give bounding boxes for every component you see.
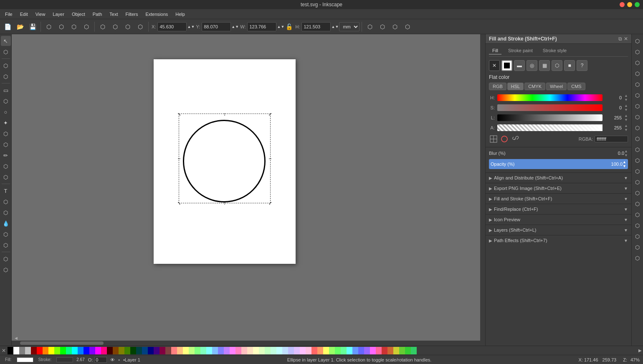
sat-arrows[interactable]: ▲▼ [624,104,628,112]
maximize-dot[interactable] [635,2,640,7]
sat-track[interactable] [497,104,602,111]
palette-color[interactable] [282,347,288,354]
alpha-arrows[interactable]: ▲▼ [624,124,628,132]
fill-swatch-btn[interactable]: ■ [564,60,575,71]
palette-color[interactable] [218,347,224,354]
fill-flat-btn[interactable] [501,60,512,71]
measure-tool[interactable]: ⬡ [1,71,11,81]
snap-icon-12[interactable]: ⬡ [633,155,643,165]
snap-icon-7[interactable]: ⬡ [633,101,643,111]
palette-color[interactable] [311,347,317,354]
fill-radial-btn[interactable]: ◎ [527,60,537,71]
snap-icon-2[interactable]: ⬡ [633,47,643,57]
menu-path[interactable]: Path [89,11,106,18]
palette-color[interactable] [347,347,352,354]
snap-icon-1[interactable]: ⬡ [633,36,643,46]
calligraphy-tool[interactable]: ⬡ [1,172,11,182]
palette-color[interactable] [294,347,300,354]
palette-color[interactable] [341,347,347,354]
close-dot[interactable] [620,2,625,7]
group-button[interactable]: ⬡ [43,21,55,33]
transform-2[interactable]: ⬡ [377,21,388,33]
snap-icon-6[interactable]: ⬡ [633,90,643,100]
palette-color[interactable] [317,347,323,354]
align-right-button[interactable]: ⬡ [122,21,134,33]
palette-color[interactable] [84,347,89,354]
palette-color[interactable] [195,347,200,354]
snap-icon-17[interactable]: ⬡ [633,210,643,220]
menu-layer[interactable]: Layer [49,11,68,18]
open-button[interactable]: 📂 [14,21,26,33]
node-tool[interactable]: ⬡ [1,47,11,57]
palette-color[interactable] [399,347,405,354]
transform-4[interactable]: ⬡ [402,21,413,33]
hue-arrows[interactable]: ▲▼ [624,94,628,102]
palette-color[interactable] [364,347,370,354]
tab-stroke-paint[interactable]: Stroke paint [505,47,536,55]
panel-float-btn[interactable]: ⧉ [618,36,622,42]
palette-color[interactable] [107,347,113,354]
palette-color[interactable] [230,347,235,354]
transform-3[interactable]: ⬡ [389,21,401,33]
palette-color[interactable] [189,347,195,354]
fill-none-btn[interactable]: ✕ [489,60,500,71]
snap-icon-20[interactable]: ⬡ [633,242,643,252]
palette-color[interactable] [212,347,218,354]
snap-icon-5[interactable]: ⬡ [633,79,643,89]
w-input[interactable] [247,22,276,31]
palette-color[interactable] [352,347,358,354]
fill-stroke-expand-arrow[interactable]: ▼ [624,197,628,201]
palette-color[interactable] [271,347,276,354]
palette-color[interactable] [43,347,48,354]
palette-color[interactable] [206,347,212,354]
snap-icon-3[interactable]: ⬡ [633,58,643,68]
palette-color[interactable] [247,347,253,354]
handle-br[interactable]: ⤤ [268,201,272,205]
mesh-tool[interactable]: ⬡ [1,207,11,217]
tab-rgb[interactable]: RGB [489,83,506,90]
x-input[interactable] [157,22,187,31]
stroke-swatch[interactable] [56,357,73,362]
w-arrows[interactable]: ▲▼ [277,21,284,33]
scrollbar-horizontal[interactable]: ◀ [12,341,485,346]
circle-tool[interactable]: ○ [1,107,11,117]
paint-bucket-tool[interactable]: ⬡ [1,229,11,239]
star-tool[interactable]: ✦ [1,118,11,128]
menu-view[interactable]: View [32,11,49,18]
zoom-tool[interactable]: ⬡ [1,61,11,71]
snap-icon-9[interactable]: ⬡ [633,123,643,133]
swatch-icon[interactable] [500,134,509,144]
palette-color[interactable] [101,347,107,354]
palette-color[interactable] [148,347,154,354]
align-expand-arrow[interactable]: ▼ [624,176,628,180]
snap-icon-15[interactable]: ⬡ [633,188,643,198]
tab-cms[interactable]: CMS [567,83,585,90]
palette-color[interactable] [54,347,60,354]
handle-tr[interactable]: ⤢ [268,112,272,116]
fill-stroke-collapse-header[interactable]: ▶ Fill and Stroke (Shift+Ctrl+F) ▼ [486,194,631,204]
export-png-header[interactable]: ▶ Export PNG Image (Shift+Ctrl+E) ▼ [486,183,631,193]
text-tool[interactable]: T [1,186,11,196]
palette-color[interactable] [159,347,165,354]
spray-tool[interactable]: ⬡ [1,240,11,250]
palette-color[interactable] [66,347,72,354]
icon-preview-header[interactable]: ▶ Icon Preview ▼ [486,215,631,225]
y-arrows[interactable]: ▲▼ [232,21,238,33]
pattern-icon[interactable] [489,134,498,144]
gradient-tool[interactable]: ⬡ [1,197,11,207]
fill-pattern-btn[interactable]: ⬡ [552,60,562,71]
palette-color[interactable] [241,347,247,354]
eraser-tool[interactable]: ⬡ [1,254,11,264]
snap-icon-13[interactable]: ⬡ [633,166,643,176]
path-effects-expand-arrow[interactable]: ▼ [624,238,628,243]
rect-tool[interactable]: ▭ [1,85,11,95]
blur-arrows[interactable]: ▲▼ [624,149,628,157]
menu-filters[interactable]: Filters [122,11,142,18]
palette-color[interactable] [393,347,399,354]
handle-bl[interactable]: ⤣ [177,201,181,205]
spiral-tool[interactable]: ⬡ [1,139,11,149]
palette-color[interactable] [183,347,189,354]
ellipse-object[interactable] [183,120,266,202]
tab-fill[interactable]: Fill [489,47,501,55]
scrollbar-vertical[interactable] [480,34,485,341]
